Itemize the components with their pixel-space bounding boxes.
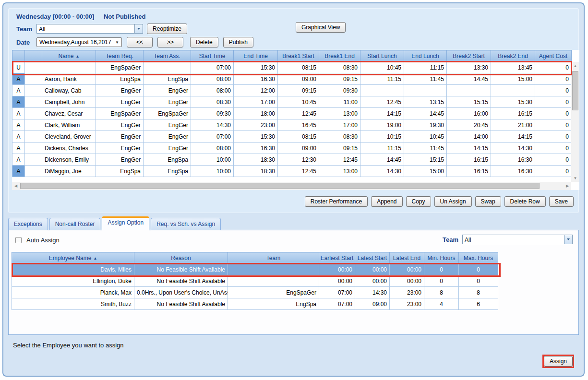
assign-row[interactable]: Planck, Max0.0Hrs., Upon User's Choice, … [12,287,498,298]
column-header-latest-end[interactable]: Latest End [390,252,424,264]
grid-cell[interactable]: 0 [535,108,572,119]
grid-cell[interactable]: 00:00 [390,264,424,275]
grid-cell[interactable]: 07:00 [319,298,355,310]
grid-cell[interactable]: Davis, Miles [12,264,134,275]
grid-cell[interactable] [42,62,96,73]
grid-cell[interactable]: 11:15 [360,142,404,154]
grid-cell[interactable]: 16:30 [491,166,535,177]
column-header-break2-end[interactable]: Break2 End [491,50,535,62]
grid-cell[interactable] [25,166,42,177]
grid-cell[interactable]: 07:00 [319,287,355,298]
grid-cell[interactable]: 16:15 [447,154,491,166]
grid-cell[interactable]: Smith, Buzz [12,298,134,310]
grid-cell[interactable]: 09:30 [191,108,234,119]
grid-cell[interactable]: 16:15 [491,108,535,119]
publish-button[interactable]: Publish [223,37,253,48]
grid-cell[interactable] [25,154,42,166]
grid-cell[interactable]: 11:45 [404,73,447,85]
status-cell[interactable]: A [12,166,25,177]
scroll-left-icon[interactable]: ◀ [12,182,20,190]
grid-cell[interactable]: 14:45 [360,154,404,166]
status-cell[interactable]: A [12,154,25,166]
grid-cell[interactable]: 8 [459,287,498,298]
grid-cell[interactable] [491,85,535,96]
grid-cell[interactable]: EngSpaGer [228,287,319,298]
scroll-up-icon[interactable]: ▲ [571,62,579,70]
grid-cell[interactable] [447,85,491,96]
column-header-reason[interactable]: Reason [134,252,228,264]
grid-cell[interactable]: 0 [535,85,572,96]
grid-cell[interactable]: 15:15 [404,154,447,166]
grid-cell[interactable]: 09:00 [355,298,390,310]
grid-cell[interactable] [25,131,42,142]
team-select[interactable]: All [36,24,143,34]
column-header-break1-end[interactable]: Break1 End [319,50,360,62]
grid-cell[interactable]: EngSpaGer [144,108,191,119]
grid-cell[interactable]: 07:00 [191,131,234,142]
column-header-start-time[interactable]: Start Time [191,50,234,62]
grid-cell[interactable]: 0 [535,119,572,131]
grid-cell[interactable]: 08:30 [319,131,360,142]
roster-row[interactable]: AClark, WilliamEngGerEngGer14:3023:0016:… [12,119,572,131]
delete-button[interactable]: Delete [190,37,218,48]
grid-cell[interactable]: 14:00 [447,131,491,142]
roster-row[interactable]: AAaron, HankEngSpaEngSpa08:0016:3009:000… [12,73,572,85]
grid-cell[interactable] [25,96,42,108]
grid-cell[interactable]: 16:30 [234,73,278,85]
grid-cell[interactable]: EngGer [144,96,191,108]
grid-cell[interactable]: 00:00 [390,275,424,287]
grid-cell[interactable]: EngGer [96,119,144,131]
graphical-view-button[interactable]: Graphical View [296,22,346,33]
grid-cell[interactable]: 0.0Hrs., Upon User's Choice, UnAssign [134,287,228,298]
grid-cell[interactable]: 09:15 [278,85,319,96]
grid-cell[interactable]: 09:00 [278,73,319,85]
next-day-button[interactable]: >> [157,37,183,48]
grid-cell[interactable]: 0 [424,275,459,287]
grid-cell[interactable]: 08:15 [278,62,319,73]
grid-cell[interactable]: 16:00 [447,108,491,119]
grid-cell[interactable]: No Feasible Shift Available [134,275,228,287]
vertical-scrollbar[interactable]: ▲ ▼ [571,62,579,182]
grid-cell[interactable]: 12:45 [278,166,319,177]
grid-cell[interactable]: 16:30 [491,154,535,166]
save-button[interactable]: Save [549,196,574,207]
scroll-down-icon[interactable]: ▼ [571,174,579,182]
column-header-team[interactable]: Team [228,252,319,264]
assign-team-select[interactable]: All [462,235,573,244]
grid-cell[interactable]: 17:00 [234,96,278,108]
grid-cell[interactable]: 0 [535,73,572,85]
grid-cell[interactable]: 10:45 [404,131,447,142]
column-header-blank[interactable] [12,50,25,62]
grid-cell[interactable]: 12:30 [278,154,319,166]
grid-cell[interactable] [25,142,42,154]
grid-cell[interactable] [404,85,447,96]
roster-row[interactable]: ADickens, CharlesEngGerEngGer08:0016:300… [12,142,572,154]
grid-cell[interactable]: 13:15 [404,96,447,108]
grid-cell[interactable]: 10:15 [360,131,404,142]
grid-cell[interactable]: No Feasible Shift Available [134,298,228,310]
grid-cell[interactable]: 17:00 [319,119,360,131]
tab-non-call-roster[interactable]: Non-call Roster [49,218,101,230]
grid-cell[interactable]: 0 [535,96,572,108]
column-header-break1-start[interactable]: Break1 Start [278,50,319,62]
grid-cell[interactable] [144,62,191,73]
grid-cell[interactable]: 23:00 [234,119,278,131]
grid-cell[interactable]: 8 [424,287,459,298]
assign-row[interactable]: Smith, BuzzNo Feasible Shift AvailableEn… [12,298,498,310]
grid-cell[interactable]: EngSpa [144,166,191,177]
grid-cell[interactable]: 14:15 [360,108,404,119]
grid-cell[interactable] [25,73,42,85]
status-cell[interactable]: A [12,96,25,108]
grid-cell[interactable]: 08:30 [191,96,234,108]
grid-cell[interactable]: Calloway, Cab [42,85,96,96]
roster-row[interactable]: ADickenson, EmilyEngGerEngSpa10:0018:301… [12,154,572,166]
grid-cell[interactable]: 12:45 [319,154,360,166]
grid-cell[interactable]: 12:45 [278,108,319,119]
grid-cell[interactable]: Cleveland, Grover [42,131,96,142]
grid-cell[interactable]: 08:00 [191,85,234,96]
column-header-break2-start[interactable]: Break2 Start [447,50,491,62]
grid-cell[interactable]: DiMaggio, Joe [42,166,96,177]
grid-cell[interactable]: 19:30 [404,119,447,131]
grid-cell[interactable]: 14:30 [360,166,404,177]
column-header-latest-start[interactable]: Latest Start [355,252,390,264]
